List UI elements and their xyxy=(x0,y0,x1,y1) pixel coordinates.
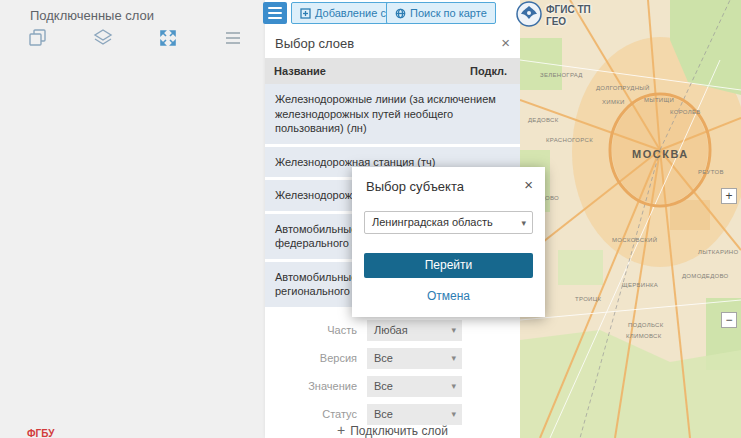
filter-part-select[interactable]: Любая ▾ xyxy=(367,320,462,341)
map-canvas[interactable]: ЗЕЛЕНОГРАДДОЛГОПРУДНЫЙХИМКИМЫТИЩИКОРОЛЁВ… xyxy=(520,0,741,438)
map-label: ТРОИЦК xyxy=(575,296,601,302)
chevron-down-icon: ▾ xyxy=(451,376,456,397)
filter-value-select[interactable]: Все ▾ xyxy=(367,376,462,397)
copy-layers-icon[interactable] xyxy=(28,28,48,48)
map-label: РЕУТОВ xyxy=(698,169,724,175)
column-connected: Подкл. xyxy=(470,65,507,77)
chevron-down-icon: ▾ xyxy=(451,348,456,369)
map-label: КРАСНОГОРСК xyxy=(546,137,593,143)
connect-layer-button[interactable]: +Подключить слой xyxy=(265,422,520,438)
chevron-down-icon: ▾ xyxy=(451,320,456,341)
filter-value: Значение Все ▾ xyxy=(265,376,520,400)
brand-text: ФГИС ТП ГЕО xyxy=(546,4,591,28)
layer-filters: Часть Любая ▾ Версия Все ▾ Значение Все … xyxy=(265,320,520,432)
filter-version-value: Все xyxy=(374,352,393,364)
layer-select-title: Выбор слоев xyxy=(275,36,354,51)
connected-layers-title: Подключенные слои xyxy=(30,8,154,23)
fgis-logo-icon xyxy=(516,1,542,31)
map-label: ЗЕЛЕНОГРАД xyxy=(540,72,583,78)
filter-value-label: Значение xyxy=(265,380,357,392)
filter-status-label: Статус xyxy=(265,408,357,420)
filter-value-value: Все xyxy=(374,380,393,392)
filter-part-label: Часть xyxy=(265,324,357,336)
region-select[interactable]: Ленинградская область ▾ xyxy=(364,211,533,234)
layer-select-header: Выбор слоев × xyxy=(265,28,520,58)
filter-version-label: Версия xyxy=(265,352,357,364)
brand-line1: ФГИС ТП xyxy=(546,4,591,16)
zoom-out-button[interactable]: − xyxy=(721,312,737,328)
map-label: ДОМОДЕДОВО xyxy=(682,273,729,279)
search-icon xyxy=(395,5,406,25)
search-map-label: Поиск по карте xyxy=(410,7,487,19)
app-root: Подключенные слои ФГБУ xyxy=(0,0,741,438)
map-label: МОСКОВСКИЙ xyxy=(612,236,657,243)
add-layer-icon xyxy=(300,5,311,25)
map-label: ЛЫТКАРИНО xyxy=(698,249,738,255)
modal-title: Выбор субъекта xyxy=(366,179,464,194)
map-label: ХИМКИ xyxy=(602,99,625,105)
filter-version-select[interactable]: Все ▾ xyxy=(367,348,462,369)
cancel-button[interactable]: Отмена xyxy=(352,289,545,303)
map-label: МОСКВА xyxy=(632,148,689,160)
brand-line2: ГЕО xyxy=(546,16,591,28)
expand-arrows-icon[interactable] xyxy=(158,28,178,48)
panel-close-icon[interactable]: × xyxy=(501,34,510,51)
fgis-brand: ФГИС ТП ГЕО xyxy=(516,1,591,31)
attribution-text: ФГБУ xyxy=(27,428,54,438)
map-label: ДЕДОВСК xyxy=(528,117,559,123)
filter-version: Версия Все ▾ xyxy=(265,348,520,372)
connected-layers-toolbar xyxy=(0,28,265,52)
layer-table-header: Название Подкл. xyxy=(265,58,520,84)
go-button[interactable]: Перейти xyxy=(364,253,533,278)
list-icon[interactable] xyxy=(223,28,243,48)
layers-icon[interactable] xyxy=(93,28,113,48)
connected-layers-panel: Подключенные слои ФГБУ xyxy=(0,0,265,438)
map-label: КЛИМОВСК xyxy=(626,333,662,339)
map-label: ЩЕРБИНКА xyxy=(622,282,658,288)
filter-part-value: Любая xyxy=(374,324,408,336)
zoom-in-button[interactable]: + xyxy=(721,188,737,204)
modal-close-icon[interactable]: × xyxy=(524,176,533,193)
map-label: КОРОЛЁВ xyxy=(670,109,701,115)
region-select-value: Ленинградская область xyxy=(372,216,493,228)
search-map-button[interactable]: Поиск по карте xyxy=(386,2,496,24)
plus-icon: + xyxy=(337,422,345,438)
filter-status-value: Все xyxy=(374,408,393,420)
filter-part: Часть Любая ▾ xyxy=(265,320,520,344)
layer-row[interactable]: Железнодорожные линии (за исключением же… xyxy=(265,84,520,144)
map-label: ПОДОЛЬСК xyxy=(628,322,664,328)
menu-button[interactable] xyxy=(263,2,287,24)
map-label: ДОЛГОПРУДНЫЙ xyxy=(596,84,650,91)
column-name: Название xyxy=(274,65,326,77)
connect-layer-label: Подключить слой xyxy=(350,424,448,438)
map-label: МЫТИЩИ xyxy=(644,97,674,103)
chevron-down-icon: ▾ xyxy=(521,212,526,235)
subject-select-modal: Выбор субъекта × Ленинградская область ▾… xyxy=(352,167,545,317)
